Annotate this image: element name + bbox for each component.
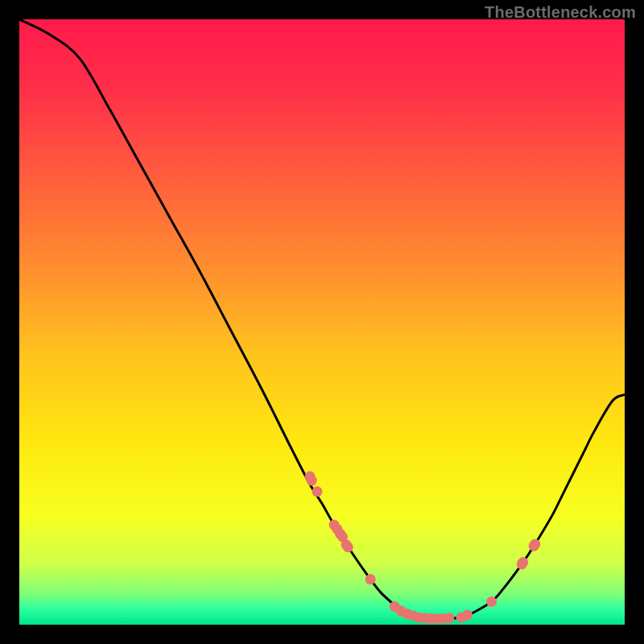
scatter-point — [530, 539, 540, 549]
scatter-point — [462, 609, 473, 620]
scatter-point — [312, 486, 322, 497]
scatter-point — [343, 542, 353, 552]
scatter-point — [307, 476, 317, 486]
chart-svg — [19, 19, 625, 625]
chart-frame — [19, 19, 625, 625]
scatter-point — [444, 613, 454, 623]
scatter-point — [518, 557, 528, 568]
scatter-point — [365, 574, 376, 584]
scatter-point — [486, 597, 497, 607]
